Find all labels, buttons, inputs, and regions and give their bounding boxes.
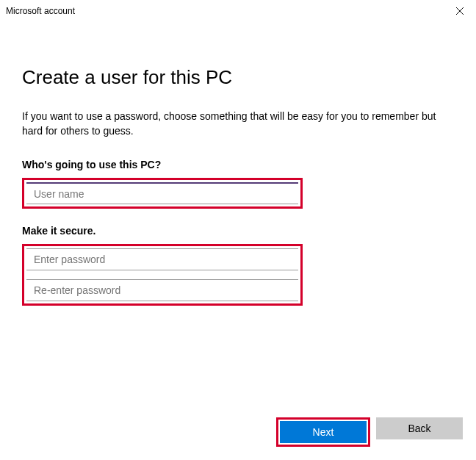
username-section: Who's going to use this PC? [22, 159, 454, 209]
username-input[interactable] [26, 182, 298, 204]
content-area: Create a user for this PC If you want to… [0, 22, 476, 306]
close-button[interactable] [443, 0, 476, 22]
page-description: If you want to use a password, choose so… [22, 109, 448, 138]
footer-buttons: Next Back [276, 417, 463, 447]
password-section: Make it secure. [22, 225, 454, 306]
highlight-annotation [22, 244, 303, 306]
close-icon [456, 7, 464, 15]
highlight-annotation: Next [276, 417, 370, 447]
titlebar: Microsoft account [0, 0, 476, 22]
reenter-password-input[interactable] [26, 279, 298, 301]
page-title: Create a user for this PC [22, 66, 454, 89]
next-button[interactable]: Next [280, 421, 367, 443]
password-input[interactable] [26, 248, 298, 270]
window-title: Microsoft account [6, 6, 75, 16]
highlight-annotation [22, 178, 303, 209]
back-button[interactable]: Back [376, 417, 463, 439]
password-label: Make it secure. [22, 225, 454, 237]
username-label: Who's going to use this PC? [22, 159, 454, 170]
